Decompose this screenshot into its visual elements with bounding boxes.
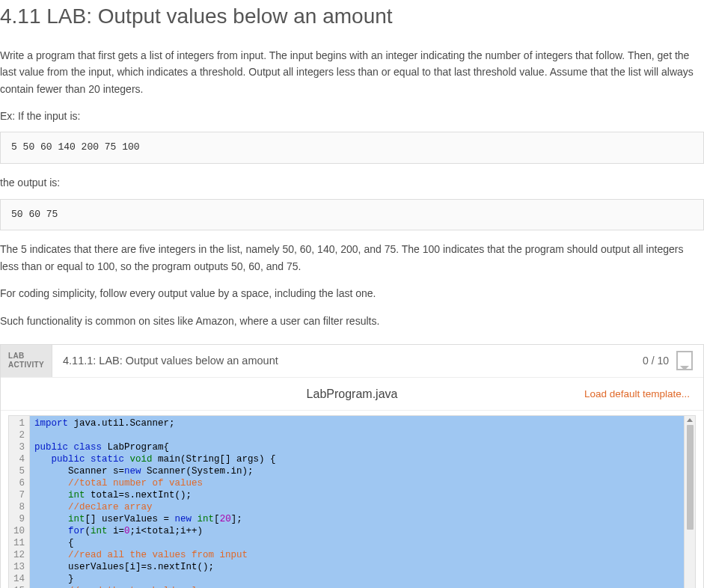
bookmark-icon[interactable]: [676, 351, 693, 370]
description-1: Write a program that first gets a list o…: [0, 47, 704, 97]
line-number: 5: [10, 465, 25, 477]
line-number: 14: [10, 573, 25, 585]
code-line[interactable]: public class LabProgram{: [34, 441, 691, 453]
line-number-gutter: 1234567891011121314151617181920: [9, 416, 30, 588]
code-editor[interactable]: 1234567891011121314151617181920 import j…: [8, 415, 696, 588]
line-number: 12: [10, 549, 25, 561]
line-number: 4: [10, 453, 25, 465]
line-number: 11: [10, 537, 25, 549]
line-number: 1: [10, 417, 25, 429]
lab-activity-badge: LAB ACTIVITY: [1, 345, 52, 377]
code-line[interactable]: int total=s.nextInt();: [34, 489, 691, 501]
line-number: 6: [10, 477, 25, 489]
example-input-label: Ex: If the input is:: [0, 108, 704, 124]
file-name: LabProgram.java: [307, 385, 398, 404]
line-number: 8: [10, 501, 25, 513]
line-number: 2: [10, 429, 25, 441]
line-number: 15: [10, 585, 25, 588]
code-area[interactable]: import java.util.Scanner;public class La…: [30, 416, 695, 588]
code-line[interactable]: //read the treshold value: [34, 585, 691, 588]
code-line[interactable]: //read all the values from input: [34, 549, 691, 561]
page-title: 4.11 LAB: Output values below an amount: [0, 0, 704, 34]
lab-title: 4.11.1: LAB: Output values below an amou…: [52, 345, 632, 377]
code-line[interactable]: int[] userValues = new int[20];: [34, 513, 691, 525]
lab-score: 0 / 10: [632, 345, 703, 377]
description-4: Such functionality is common on sites li…: [0, 313, 704, 329]
code-line[interactable]: public static void main(String[] args) {: [34, 453, 691, 465]
lab-badge-line1: LAB: [8, 352, 44, 361]
line-number: 3: [10, 441, 25, 453]
code-line[interactable]: [34, 429, 691, 441]
code-line[interactable]: }: [34, 573, 691, 585]
description-3: For coding simplicity, follow every outp…: [0, 285, 704, 301]
scroll-up-icon[interactable]: [687, 418, 693, 422]
load-default-template-link[interactable]: Load default template...: [584, 386, 690, 402]
lab-badge-line2: ACTIVITY: [8, 361, 44, 370]
code-line[interactable]: //total number of values: [34, 477, 691, 489]
scrollbar-thumb[interactable]: [687, 425, 694, 530]
line-number: 13: [10, 561, 25, 573]
example-output-block: 50 60 75: [0, 199, 704, 231]
line-number: 9: [10, 513, 25, 525]
code-line[interactable]: {: [34, 537, 691, 549]
example-output-label: the output is:: [0, 174, 704, 191]
description-2: The 5 indicates that there are five inte…: [0, 241, 704, 275]
lab-header: LAB ACTIVITY 4.11.1: LAB: Output values …: [1, 345, 703, 378]
line-number: 7: [10, 489, 25, 501]
code-line[interactable]: import java.util.Scanner;: [34, 417, 691, 429]
code-line[interactable]: userValues[i]=s.nextInt();: [34, 561, 691, 573]
file-bar: LabProgram.java Load default template...: [1, 378, 703, 411]
example-input-block: 5 50 60 140 200 75 100: [0, 132, 704, 164]
code-editor-wrap: 1234567891011121314151617181920 import j…: [8, 415, 696, 588]
code-line[interactable]: for(int i=0;i<total;i++): [34, 525, 691, 537]
vertical-scrollbar[interactable]: [684, 416, 695, 588]
lab-score-text: 0 / 10: [643, 352, 669, 369]
lab-panel: LAB ACTIVITY 4.11.1: LAB: Output values …: [0, 344, 704, 588]
line-number: 10: [10, 525, 25, 537]
code-line[interactable]: //declare array: [34, 501, 691, 513]
code-line[interactable]: Scanner s=new Scanner(System.in);: [34, 465, 691, 477]
